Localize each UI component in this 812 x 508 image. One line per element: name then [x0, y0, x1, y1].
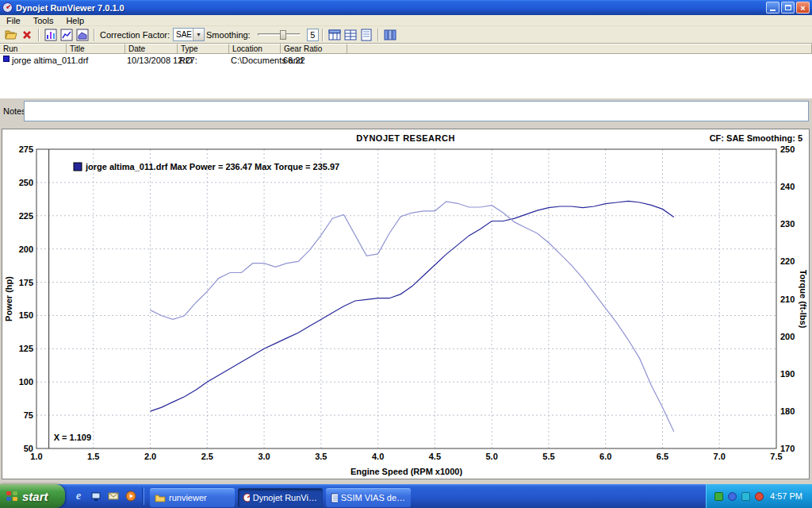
table-view-button-2[interactable]	[343, 28, 358, 42]
svg-text:2.5: 2.5	[201, 452, 213, 461]
table-icon	[328, 29, 341, 41]
open-folder-icon	[5, 29, 17, 40]
ie-quicklaunch-icon[interactable]: e	[71, 489, 86, 503]
svg-text:125: 125	[19, 344, 33, 353]
svg-text:50: 50	[24, 444, 33, 453]
svg-text:4.0: 4.0	[372, 452, 384, 461]
area-graph-icon	[76, 29, 89, 41]
taskbar-button-ssim-vias-delete[interactable]: SSIM VIAS delete - P...	[326, 488, 411, 507]
svg-text:220: 220	[780, 256, 795, 266]
smoothing-slider[interactable]	[256, 29, 302, 41]
menu-help[interactable]: Help	[59, 15, 90, 26]
slider-groove	[258, 33, 301, 36]
torque-curve	[151, 202, 674, 432]
column-header-type[interactable]: Type	[178, 44, 229, 54]
toolbar-separator	[377, 29, 379, 41]
right-axis-title: Torque (ft-lbs)	[799, 270, 808, 329]
red-x-icon	[21, 29, 33, 40]
svg-text:2.0: 2.0	[144, 452, 156, 461]
folder-icon	[155, 493, 166, 502]
taskbar-clock[interactable]: 4:57 PM	[770, 491, 802, 501]
run-cell: jorge altima_011.drf	[12, 56, 88, 65]
svg-text:7.0: 7.0	[714, 452, 726, 461]
maximize-icon	[785, 5, 791, 10]
taskbar-button-dynojet-runviewer[interactable]: Dynojet RunViewer 7...	[238, 488, 323, 507]
svg-text:5.0: 5.0	[486, 452, 498, 461]
quick-launch: e	[71, 489, 138, 503]
menu-tools[interactable]: Tools	[27, 15, 60, 26]
svg-text:75: 75	[24, 410, 33, 420]
close-button[interactable]: ×	[796, 2, 810, 13]
power-curve	[151, 201, 674, 411]
svg-text:240: 240	[780, 182, 795, 191]
taskbar-button-label: Dynojet RunViewer 7...	[253, 493, 318, 502]
network-tray-icon[interactable]	[728, 492, 737, 501]
columns-icon	[384, 29, 396, 41]
show-desktop-icon[interactable]	[89, 489, 103, 503]
media-player-quicklaunch-icon[interactable]	[124, 489, 138, 503]
svg-text:6.0: 6.0	[599, 452, 611, 461]
close-run-button[interactable]	[19, 28, 35, 42]
left-axis-title: Power (hp)	[4, 276, 13, 321]
volume-tray-icon[interactable]	[741, 492, 750, 501]
run-list-header: Run Title Date Type Location Gear Ratio	[0, 44, 812, 54]
notes-input[interactable]	[24, 101, 809, 121]
cursor-label: X = 1.109	[54, 433, 91, 442]
svg-text:170: 170	[780, 444, 795, 453]
table-view-button-3[interactable]	[358, 28, 374, 42]
column-header-date[interactable]: Date	[125, 44, 178, 54]
column-header-location[interactable]: Location	[229, 44, 281, 54]
svg-text:180: 180	[780, 406, 795, 416]
close-icon: ×	[800, 3, 805, 13]
system-tray: 4:57 PM	[706, 484, 812, 508]
legend-label: jorge altima_011.drf Max Power = 236.47 …	[85, 162, 339, 171]
x-axis-title: Engine Speed (RPM x1000)	[350, 467, 463, 476]
chevron-down-icon[interactable]: ▼	[193, 29, 204, 40]
column-header-run[interactable]: Run	[0, 44, 67, 54]
type-cell: RO	[179, 56, 193, 65]
svg-text:200: 200	[19, 244, 33, 254]
dyno-plot[interactable]: 1.01.52.02.53.03.54.04.55.05.56.06.57.07…	[2, 129, 809, 479]
smoothing-value: 5	[307, 29, 319, 41]
svg-text:4.5: 4.5	[429, 452, 441, 461]
open-run-button[interactable]	[3, 28, 19, 42]
svg-text:175: 175	[19, 278, 33, 287]
start-button[interactable]: start	[0, 484, 65, 508]
column-header-title[interactable]: Title	[67, 44, 125, 54]
svg-text:230: 230	[780, 219, 795, 229]
correction-factor-label: Correction Factor:	[100, 30, 170, 40]
toolbar: Correction Factor: SAE ▼ Smoothing: 5	[0, 26, 812, 44]
column-header-gear-ratio[interactable]: Gear Ratio	[281, 44, 347, 54]
svg-text:100: 100	[19, 377, 33, 387]
maximize-button[interactable]	[781, 2, 795, 13]
antivirus-tray-icon[interactable]	[714, 492, 723, 501]
window-title: Dynojet RunViewer 7.0.1.0	[16, 3, 766, 13]
table-view-button-1[interactable]	[327, 28, 343, 42]
toolbar-separator	[322, 29, 324, 41]
dyno-chart-panel: DYNOJET RESEARCH CF: SAE Smoothing: 5 1.…	[2, 129, 810, 479]
svg-text:3.5: 3.5	[315, 452, 327, 461]
menu-file[interactable]: File	[0, 15, 27, 26]
windows-flag-icon	[6, 490, 18, 502]
status-tray-icon[interactable]	[755, 492, 764, 501]
table-row[interactable]: jorge altima_011.drf 10/13/2008 12:27: R…	[0, 56, 812, 67]
minimize-button[interactable]	[766, 2, 779, 13]
columns-view-button[interactable]	[382, 28, 398, 42]
mail-quicklaunch-icon[interactable]	[106, 489, 121, 503]
svg-text:150: 150	[19, 310, 33, 320]
run-file-icon	[3, 56, 10, 62]
graph-view-button-2[interactable]	[59, 28, 75, 42]
line-graph-icon	[60, 29, 73, 41]
start-label: start	[22, 490, 48, 503]
slider-thumb[interactable]	[280, 30, 286, 40]
legend-swatch	[74, 163, 82, 171]
graph-view-button-3[interactable]	[75, 28, 90, 42]
svg-text:190: 190	[780, 369, 795, 379]
taskbar: start e runviewer	[0, 484, 812, 508]
minimize-icon	[770, 10, 776, 11]
smoothing-label: Smoothing:	[206, 30, 251, 40]
window-titlebar[interactable]: Dynojet RunViewer 7.0.1.0 ×	[0, 0, 812, 15]
taskbar-button-runviewer[interactable]: runviewer	[150, 488, 235, 507]
graph-view-button-1[interactable]	[43, 28, 59, 42]
correction-factor-select[interactable]: SAE ▼	[173, 28, 205, 41]
